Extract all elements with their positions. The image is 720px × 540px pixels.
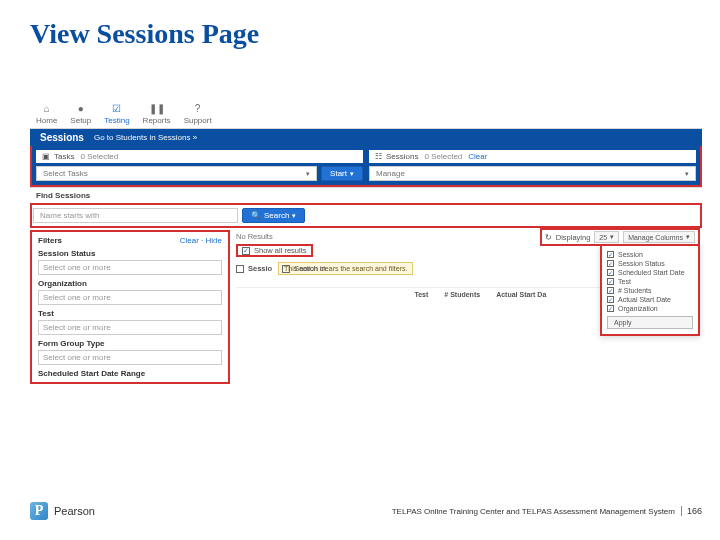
nav-label: Home xyxy=(36,116,57,125)
column-option[interactable]: ✓Session Status xyxy=(607,260,693,267)
column-option[interactable]: ✓Actual Start Date xyxy=(607,296,693,303)
home-icon: ⌂ xyxy=(44,104,50,114)
nav-testing[interactable]: ☑ Testing xyxy=(104,104,129,125)
page-number: 166 xyxy=(681,506,702,516)
nav-setup[interactable]: ● Setup xyxy=(70,104,91,125)
tasks-icon: ▣ xyxy=(42,152,50,161)
nav-home[interactable]: ⌂ Home xyxy=(36,104,57,125)
filter-select-test[interactable]: Select one or more xyxy=(38,320,222,335)
filter-label-test: Test xyxy=(38,309,222,318)
clear-sessions-link[interactable]: Clear xyxy=(468,152,487,161)
filters-hide-link[interactable]: Hide xyxy=(206,236,222,245)
filter-label-date-range: Scheduled Start Date Range xyxy=(38,369,222,378)
tasks-sessions-block: ▣ Tasks 0 Selected ☷ Sessions 0 Selected… xyxy=(30,146,702,187)
refresh-icon[interactable]: ↻ xyxy=(545,233,552,242)
search-icon: 🔍 xyxy=(251,211,261,220)
manage-columns-dropdown[interactable]: Manage Columns ▾ xyxy=(623,231,695,243)
select-tasks-dropdown[interactable]: Select Tasks ▾ xyxy=(36,166,317,181)
go-to-students-link[interactable]: Go to Students in Sessions » xyxy=(94,133,197,142)
filter-label-form-group: Form Group Type xyxy=(38,339,222,348)
chevron-down-icon: ▾ xyxy=(292,212,296,220)
column-option[interactable]: ✓# Students xyxy=(607,287,693,294)
sessions-header: Sessions Go to Students in Sessions » xyxy=(30,129,702,146)
page-size-dropdown[interactable]: 25 ▾ xyxy=(594,231,619,243)
sessions-panel: ☷ Sessions 0 Selected Clear xyxy=(369,150,696,163)
sessions-selected-count: 0 Selected xyxy=(424,152,462,161)
tasks-panel: ▣ Tasks 0 Selected xyxy=(36,150,363,163)
help-icon: ? xyxy=(195,104,201,114)
filter-select-form-group[interactable]: Select one or more xyxy=(38,350,222,365)
col-test: Test xyxy=(414,291,428,298)
filter-label-session-status: Session Status xyxy=(38,249,222,258)
search-button[interactable]: 🔍 Search ▾ xyxy=(242,208,305,223)
select-all-checkbox[interactable] xyxy=(236,265,244,273)
sessions-meta-row: Sessio Search in xyxy=(236,264,326,273)
filter-select-organization[interactable]: Select one or more xyxy=(38,290,222,305)
chevron-down-icon: ▾ xyxy=(686,233,690,241)
checkbox-icon: ✓ xyxy=(242,247,250,255)
sessions-column-header: Sessio xyxy=(248,264,272,273)
check-icon: ☑ xyxy=(112,104,121,114)
grid-icon: ● xyxy=(78,104,84,114)
results-panel: No Results ✓ Show all results This actio… xyxy=(230,228,702,384)
displaying-label: Displaying xyxy=(556,233,591,242)
filter-label-organization: Organization xyxy=(38,279,222,288)
nav-support[interactable]: ? Support xyxy=(184,104,212,125)
filters-panel: Filters Clear · Hide Session Status Sele… xyxy=(30,230,230,384)
pearson-brand: Pearson xyxy=(54,505,95,517)
column-option[interactable]: ✓Scheduled Start Date xyxy=(607,269,693,276)
chart-icon: ❚❚ xyxy=(149,104,165,114)
find-sessions-header: Find Sessions xyxy=(30,187,702,203)
pearson-logo: P Pearson xyxy=(30,502,95,520)
search-in-label: Search in xyxy=(294,264,326,273)
slide-footer: P Pearson TELPAS Online Training Center … xyxy=(30,502,702,520)
nav-reports[interactable]: ❚❚ Reports xyxy=(143,104,171,125)
pearson-p-icon: P xyxy=(30,502,48,520)
search-row: Name starts with 🔍 Search ▾ xyxy=(30,203,702,228)
footer-text: TELPAS Online Training Center and TELPAS… xyxy=(392,507,675,516)
filters-title: Filters xyxy=(38,236,62,245)
chevron-down-icon: ▾ xyxy=(306,170,310,178)
filters-clear-link[interactable]: Clear xyxy=(180,236,199,245)
column-option[interactable]: ✓Organization xyxy=(607,305,693,312)
top-nav: ⌂ Home ● Setup ☑ Testing ❚❚ Reports ? Su… xyxy=(30,100,702,129)
column-option[interactable]: ✓Session xyxy=(607,251,693,258)
column-option[interactable]: ✓Test xyxy=(607,278,693,285)
manage-columns-menu: ✓Session ✓Session Status ✓Scheduled Star… xyxy=(600,244,700,336)
col-students: # Students xyxy=(444,291,480,298)
show-all-results[interactable]: ✓ Show all results This action clears th… xyxy=(236,244,313,257)
start-button[interactable]: Start ▾ xyxy=(321,166,363,181)
col-actual-start: Actual Start Da xyxy=(496,291,546,298)
tasks-label: Tasks xyxy=(54,152,74,161)
slide-title: View Sessions Page xyxy=(0,0,720,50)
chevron-down-icon: ▾ xyxy=(610,233,614,241)
tasks-selected-count: 0 Selected xyxy=(80,152,118,161)
search-toggle-checkbox[interactable] xyxy=(282,265,290,273)
manage-sessions-dropdown[interactable]: Manage ▾ xyxy=(369,166,696,181)
page-title: Sessions xyxy=(40,132,84,143)
application-screenshot: ⌂ Home ● Setup ☑ Testing ❚❚ Reports ? Su… xyxy=(30,100,702,384)
chevron-down-icon: ▾ xyxy=(685,170,689,178)
nav-label: Reports xyxy=(143,116,171,125)
nav-label: Setup xyxy=(70,116,91,125)
nav-label: Testing xyxy=(104,116,129,125)
apply-columns-button[interactable]: Apply xyxy=(607,316,693,329)
sessions-label: Sessions xyxy=(386,152,418,161)
search-input[interactable]: Name starts with xyxy=(33,208,238,223)
nav-label: Support xyxy=(184,116,212,125)
filter-select-session-status[interactable]: Select one or more xyxy=(38,260,222,275)
chevron-down-icon: ▾ xyxy=(350,170,354,178)
sessions-icon: ☷ xyxy=(375,152,382,161)
